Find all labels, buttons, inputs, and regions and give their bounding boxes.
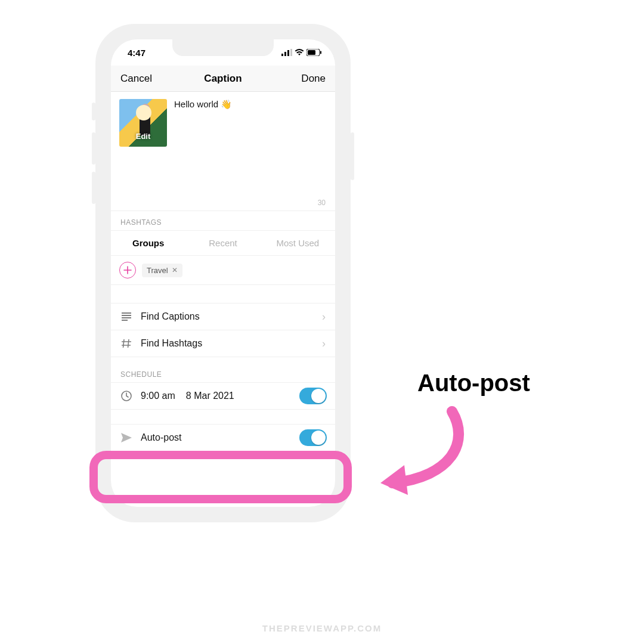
svg-rect-6 xyxy=(320,51,321,54)
hash-icon xyxy=(120,339,132,348)
svg-rect-3 xyxy=(290,49,292,56)
phone-side-button xyxy=(351,132,354,180)
done-button[interactable]: Done xyxy=(301,73,326,85)
nav-title: Caption xyxy=(204,73,242,85)
svg-rect-2 xyxy=(287,50,289,56)
status-time: 4:47 xyxy=(128,48,145,58)
clock-icon xyxy=(120,391,132,401)
phone-side-button xyxy=(92,103,95,120)
phone-notch xyxy=(172,39,274,56)
thumbnail-edit-label[interactable]: Edit xyxy=(119,132,167,141)
schedule-label: SCHEDULE xyxy=(111,357,335,382)
autopost-toggle[interactable] xyxy=(299,429,327,446)
phone-screen: 4:47 Cancel Caption Done Edit xyxy=(111,39,335,507)
autopost-label: Auto-post xyxy=(141,432,181,443)
svg-rect-0 xyxy=(281,54,283,56)
chip-remove-icon[interactable]: ✕ xyxy=(172,266,178,274)
phone-frame: 4:47 Cancel Caption Done Edit xyxy=(103,31,343,515)
list-icon xyxy=(120,312,132,321)
schedule-time-row[interactable]: 9:00 am 8 Mar 2021 xyxy=(111,382,335,410)
send-icon xyxy=(120,433,132,442)
add-hashtag-button[interactable] xyxy=(119,262,136,278)
post-thumbnail[interactable]: Edit xyxy=(119,99,167,147)
caption-text[interactable]: Hello world 👋 xyxy=(174,99,232,210)
wifi-icon xyxy=(295,48,304,58)
hashtags-label: HASHTAGS xyxy=(111,211,335,230)
phone-side-button xyxy=(92,132,95,165)
schedule-toggle[interactable] xyxy=(299,388,327,404)
phone-side-button xyxy=(92,172,95,204)
tab-groups[interactable]: Groups xyxy=(111,231,185,255)
find-captions-row[interactable]: Find Captions › xyxy=(111,303,335,330)
svg-rect-5 xyxy=(308,50,315,55)
find-captions-label: Find Captions xyxy=(141,311,200,322)
hashtag-chip-row: Travel ✕ xyxy=(111,256,335,285)
watermark: THEPREVIEWAPP.COM xyxy=(262,623,382,633)
chevron-right-icon: › xyxy=(322,311,326,323)
battery-icon xyxy=(306,48,322,58)
find-hashtags-label: Find Hashtags xyxy=(141,338,202,349)
annotation-arrow-icon xyxy=(357,405,476,507)
autopost-row[interactable]: Auto-post xyxy=(111,424,335,451)
nav-bar: Cancel Caption Done xyxy=(111,66,335,92)
tab-most-used[interactable]: Most Used xyxy=(261,231,335,255)
hashtag-tabs: Groups Recent Most Used xyxy=(111,230,335,256)
hashtag-chip-label: Travel xyxy=(147,266,168,275)
hashtag-chip[interactable]: Travel ✕ xyxy=(142,264,182,277)
signal-icon xyxy=(281,48,292,58)
cancel-button[interactable]: Cancel xyxy=(120,73,152,85)
find-hashtags-row[interactable]: Find Hashtags › xyxy=(111,330,335,357)
chevron-right-icon: › xyxy=(322,338,326,350)
tab-recent[interactable]: Recent xyxy=(185,231,260,255)
annotation-label: Auto-post xyxy=(417,370,530,397)
svg-rect-1 xyxy=(284,52,286,56)
caption-char-count: 30 xyxy=(318,199,326,207)
home-indicator xyxy=(187,499,259,502)
caption-editor[interactable]: Edit Hello world 👋 30 xyxy=(111,92,335,211)
schedule-date: 8 Mar 2021 xyxy=(186,391,234,401)
schedule-time: 9:00 am xyxy=(141,391,175,401)
